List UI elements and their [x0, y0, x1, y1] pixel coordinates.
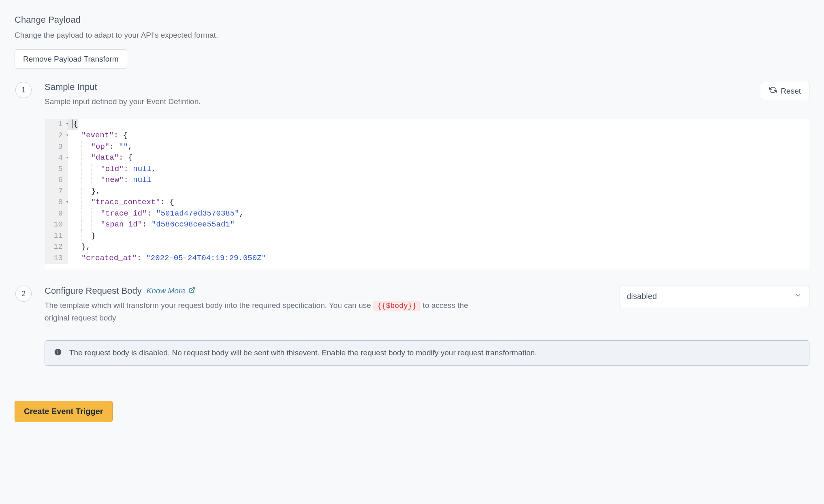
- step-2-title: Configure Request Body: [45, 286, 142, 296]
- request-body-disabled-banner: The request body is disabled. No request…: [45, 340, 809, 366]
- know-more-label: Know More: [147, 286, 186, 295]
- page-title: Change Payload: [15, 15, 809, 25]
- info-icon: [54, 348, 62, 358]
- step-1-desc: Sample input defined by your Event Defin…: [45, 96, 201, 107]
- step-2-badge: 2: [15, 286, 32, 302]
- svg-rect-3: [58, 350, 58, 351]
- svg-rect-2: [58, 351, 58, 354]
- request-body-select[interactable]: disabled: [619, 286, 809, 307]
- step-2-desc: The template which will transform your r…: [45, 299, 474, 324]
- external-link-icon: [189, 286, 195, 295]
- know-more-link[interactable]: Know More: [147, 286, 195, 295]
- step-1-badge: 1: [15, 82, 32, 98]
- create-event-trigger-button[interactable]: Create Event Trigger: [15, 401, 113, 422]
- chevron-down-icon: [794, 292, 802, 301]
- sample-input-editor[interactable]: 1▾{2▾ "event": {3 "op": "",4▾ "data": {5…: [45, 119, 809, 269]
- remove-payload-transform-button[interactable]: Remove Payload Transform: [15, 49, 127, 69]
- reset-label: Reset: [781, 87, 801, 96]
- step-2: 2 Configure Request Body Know More: [15, 286, 809, 382]
- request-body-select-value: disabled: [627, 292, 657, 301]
- step-1: 1 Sample Input Sample input defined by y…: [15, 82, 809, 286]
- svg-line-0: [191, 288, 194, 290]
- step-2-title-row: Configure Request Body Know More: [45, 286, 474, 296]
- reset-button[interactable]: Reset: [761, 82, 809, 100]
- step-1-title: Sample Input: [45, 82, 201, 92]
- page-subtitle: Change the payload to adapt to your API'…: [15, 31, 809, 40]
- reset-icon: [769, 86, 777, 96]
- banner-text: The request body is disabled. No request…: [69, 348, 537, 357]
- body-placeholder-code: {{$body}}: [373, 301, 421, 311]
